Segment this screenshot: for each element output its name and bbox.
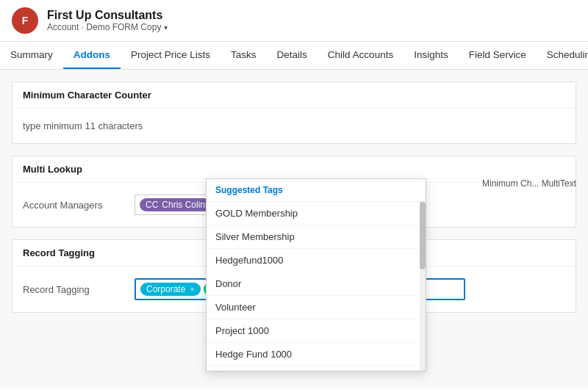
org-title: First Up Consultants xyxy=(47,9,168,22)
tab-field-service[interactable]: Field Service xyxy=(459,42,537,69)
min-char-body: type minimum 11 characters xyxy=(12,109,576,143)
min-char-label: type minimum 11 characters xyxy=(23,120,143,131)
tab-insights[interactable]: Insights xyxy=(404,42,459,69)
tab-addons[interactable]: Addons xyxy=(63,42,121,69)
min-char-section: Minimum Character Counter type minimum 1… xyxy=(12,81,576,144)
tab-scheduling[interactable]: Scheduling xyxy=(537,42,588,69)
cc-initials: CC xyxy=(146,200,158,210)
dropdown-item-hedgefund1000-2[interactable]: Hedge Fund 1000 xyxy=(207,343,426,366)
dropdown-item-project1000[interactable]: Project 1000 xyxy=(207,319,426,343)
dropdown-item-dmembership[interactable]: D MembershipGOLD Membership xyxy=(207,366,426,371)
main-content: Minimum Character Counter type minimum 1… xyxy=(0,70,588,388)
record-tagging-label: Record Tagging xyxy=(23,284,126,295)
chevron-down-icon[interactable]: ▾ xyxy=(164,23,168,32)
tab-summary[interactable]: Summary xyxy=(0,42,63,69)
app-header: F First Up Consultants Account · Demo FO… xyxy=(0,0,588,42)
dropdown-header: Suggested Tags xyxy=(207,179,426,202)
nav-tabs: Summary Addons Project Price Lists Tasks… xyxy=(0,42,588,70)
dropdown-item-volunteer[interactable]: Volunteer xyxy=(207,296,426,319)
account-managers-label: Account Managers xyxy=(23,200,126,211)
min-char-row: type minimum 11 characters xyxy=(23,116,565,136)
scrollbar xyxy=(420,202,426,371)
avatar: F xyxy=(12,7,38,34)
dropdown-item-donor[interactable]: Donor xyxy=(207,272,426,296)
dropdown-item-gold[interactable]: GOLD Membership xyxy=(207,202,426,225)
dropdown-item-hedgefund1000[interactable]: Hedgefund1000 xyxy=(207,249,426,272)
min-char-title: Minimum Character Counter xyxy=(12,82,576,109)
suggested-tags-dropdown[interactable]: Suggested Tags GOLD Membership Silver Me… xyxy=(206,178,426,371)
column-header-right: Minimum Ch... MultiText xyxy=(482,178,576,189)
tab-project-price-lists[interactable]: Project Price Lists xyxy=(121,42,220,69)
header-text: First Up Consultants Account · Demo FORM… xyxy=(47,9,168,32)
tag-corporate: Corporate × xyxy=(140,283,201,296)
corporate-remove-icon[interactable]: × xyxy=(190,285,194,294)
cc-name: Chris Colins xyxy=(162,200,209,210)
dropdown-list: GOLD Membership Silver Membership Hedgef… xyxy=(207,202,426,371)
corporate-label: Corporate xyxy=(146,284,185,294)
tab-details[interactable]: Details xyxy=(267,42,318,69)
tab-child-accounts[interactable]: Child Accounts xyxy=(318,42,404,69)
tab-tasks[interactable]: Tasks xyxy=(220,42,267,69)
header-subtitle: Account · Demo FORM Copy ▾ xyxy=(47,22,168,32)
scrollbar-thumb xyxy=(420,202,426,269)
dropdown-item-silver[interactable]: Silver Membership xyxy=(207,225,426,249)
